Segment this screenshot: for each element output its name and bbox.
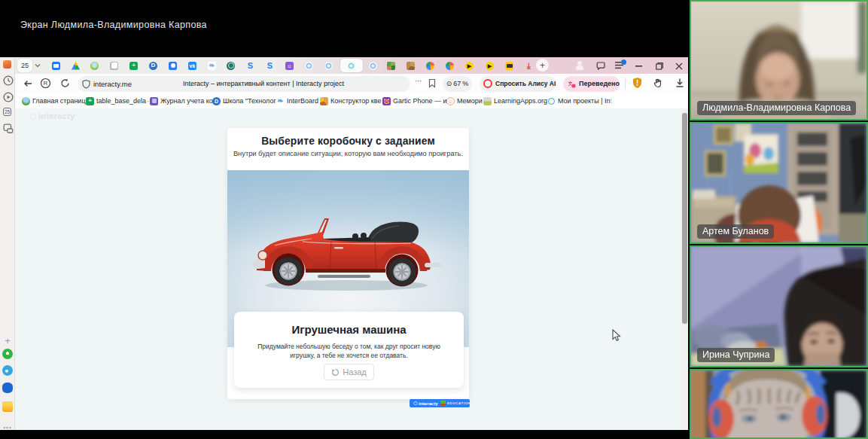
svg-text:interacty: interacty [419, 401, 438, 406]
svg-text:R: R [44, 80, 48, 87]
svg-text:EDUCATION: EDUCATION [447, 401, 470, 405]
